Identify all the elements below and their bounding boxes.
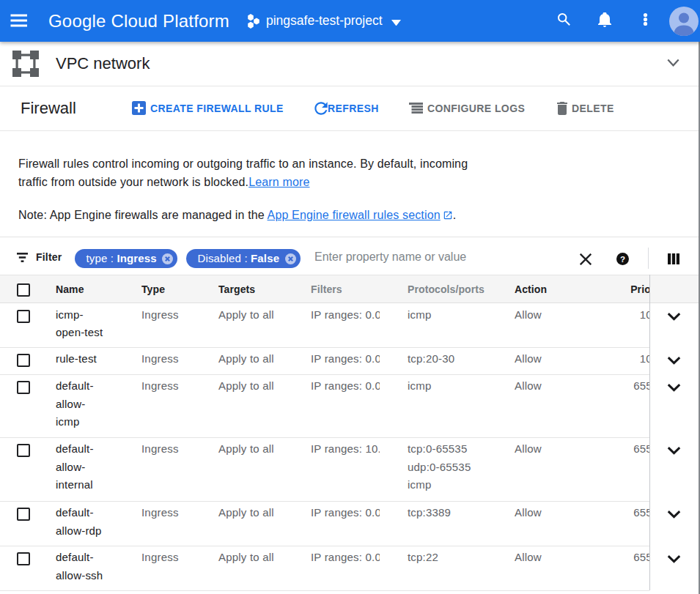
svg-text:?: ? bbox=[620, 255, 625, 264]
